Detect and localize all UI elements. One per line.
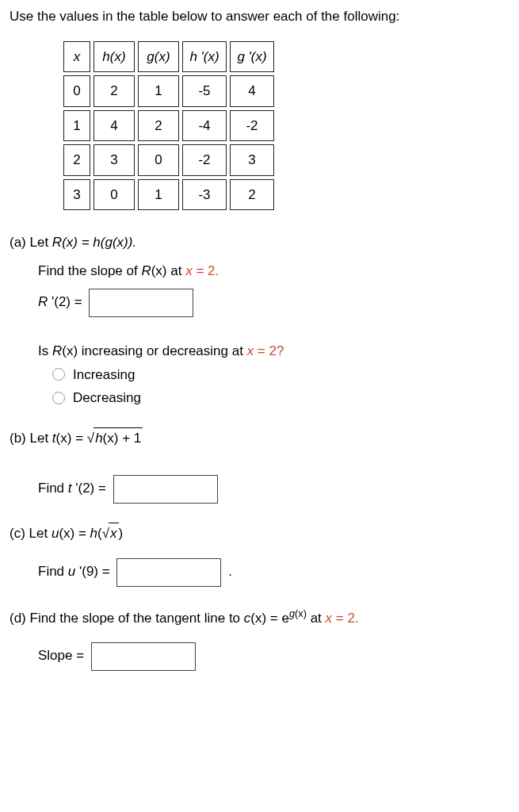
cell: 3 (63, 179, 90, 211)
radio-label-increasing: Increasing (73, 365, 135, 385)
cell: 3 (230, 144, 274, 176)
answer-input-slope[interactable] (91, 642, 196, 671)
answer-input-tprime2[interactable] (113, 475, 218, 504)
math-R: R (52, 343, 62, 358)
answer-label: '(9) = (79, 564, 110, 579)
math-def: (x) = h(g(x)). (62, 235, 136, 250)
part-c: (c) Let u(x) = h(√x) Find u '(9) = . (10, 523, 509, 587)
cell: -2 (230, 110, 274, 142)
answer-label: '(2) = (52, 294, 82, 309)
cell: 2 (230, 179, 274, 211)
cell: 4 (93, 110, 135, 142)
paren: ) (119, 526, 124, 541)
text: (x) = (59, 526, 90, 541)
part-d-label: (d) Find the slope of the tangent line t… (10, 610, 244, 625)
math-g: g (289, 607, 295, 619)
answer-input-rprime2[interactable] (89, 289, 193, 317)
radio-group-incdec: Increasing Decreasing (52, 365, 509, 408)
radio-circle-icon (52, 368, 65, 381)
math-h: h (90, 526, 97, 541)
cell: 4 (230, 75, 274, 107)
exponent: g(x) (289, 607, 307, 619)
answer-input-uprime9[interactable] (116, 558, 221, 587)
sqrt-radicand: x (109, 523, 119, 544)
cell: 3 (93, 144, 135, 176)
radio-label-decreasing: Decreasing (73, 388, 141, 408)
math-R: R (141, 263, 151, 278)
answer-label-R: R (38, 294, 52, 309)
header-hpx: h '(x) (182, 41, 227, 73)
text: (x) (295, 607, 307, 619)
cell: -5 (182, 75, 227, 107)
value: 2. (347, 610, 358, 625)
text: = (193, 263, 208, 278)
radio-item-increasing[interactable]: Increasing (52, 365, 509, 385)
data-table: x h(x) g(x) h '(x) g '(x) 0 2 1 -5 4 1 4… (60, 38, 277, 214)
math-x: x (247, 343, 254, 358)
cell: -3 (182, 179, 227, 211)
slope-label: Slope = (38, 648, 84, 663)
sqrt-radicand: h(x) + 1 (93, 427, 143, 449)
text: (x) = e (250, 610, 289, 625)
math-t: t (68, 481, 75, 496)
table-row: 3 0 1 -3 2 (63, 179, 274, 211)
text: (x) = (56, 431, 87, 446)
cell: 0 (63, 75, 90, 107)
part-a-definition: (a) Let R(x) = h(g(x)). (10, 232, 509, 253)
part-d: (d) Find the slope of the tangent line t… (10, 606, 509, 671)
table-row: 0 2 1 -5 4 (63, 75, 274, 107)
table-row: 1 4 2 -4 -2 (63, 110, 274, 142)
text: Find the slope of (38, 263, 141, 278)
part-b-label: (b) Let (10, 431, 52, 446)
text: = (332, 610, 347, 625)
value: 2? (269, 343, 284, 358)
header-gx: g(x) (138, 41, 179, 73)
find-prefix: Find (38, 564, 68, 579)
radio-item-decreasing[interactable]: Decreasing (52, 388, 509, 408)
part-b-definition: (b) Let t(x) = √h(x) + 1 (10, 427, 509, 449)
table-header-row: x h(x) g(x) h '(x) g '(x) (63, 41, 274, 73)
part-c-definition: (c) Let u(x) = h(√x) (10, 523, 509, 544)
cell: -4 (182, 110, 227, 142)
header-gpx: g '(x) (230, 41, 274, 73)
part-a-incdec-prompt: Is R(x) increasing or decreasing at x = … (38, 341, 509, 362)
answer-label: '(2) = (75, 481, 106, 496)
header-x: x (63, 41, 90, 73)
part-a-answer-row: R '(2) = (38, 289, 509, 317)
table-row: 2 3 0 -2 3 (63, 144, 274, 176)
part-a-label: (a) Let (10, 235, 52, 250)
math-u: u (68, 564, 79, 579)
text: = (254, 343, 269, 358)
math-x: x (326, 610, 333, 625)
part-a: (a) Let R(x) = h(g(x)). Find the slope o… (10, 232, 509, 408)
math-R: R (52, 235, 62, 250)
text: Is (38, 343, 52, 358)
cell: 2 (138, 110, 179, 142)
math-h: h (95, 431, 102, 446)
math-u: u (52, 526, 59, 541)
instruction-text: Use the values in the table below to ans… (10, 6, 509, 27)
period: . (228, 564, 232, 579)
radio-circle-icon (52, 392, 65, 404)
cell: 0 (138, 144, 179, 176)
cell: 2 (93, 75, 135, 107)
cell: -2 (182, 144, 227, 176)
part-c-label: (c) Let (10, 526, 52, 541)
math-x: x (185, 263, 193, 278)
part-c-answer-row: Find u '(9) = . (38, 558, 509, 587)
text: (x) + 1 (103, 431, 142, 446)
part-d-prompt: (d) Find the slope of the tangent line t… (10, 606, 509, 628)
text: (x) at (151, 263, 185, 278)
part-b-answer-row: Find t '(2) = (38, 475, 509, 504)
value: 2. (208, 263, 219, 278)
part-b: (b) Let t(x) = √h(x) + 1 Find t '(2) = (10, 427, 509, 504)
text: (x) increasing or decreasing at (62, 343, 246, 358)
cell: 1 (63, 110, 90, 142)
cell: 2 (63, 144, 90, 176)
cell: 1 (138, 75, 179, 107)
part-d-answer-row: Slope = (38, 642, 509, 671)
text: at (307, 610, 326, 625)
find-prefix: Find (38, 481, 68, 496)
cell: 1 (138, 179, 179, 211)
header-hx: h(x) (93, 41, 135, 73)
